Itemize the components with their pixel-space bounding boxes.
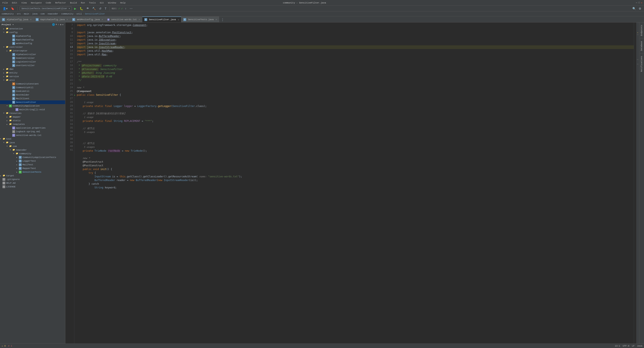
endpoints-panel[interactable]: Endpoints xyxy=(640,24,643,37)
tree-license[interactable]: t LICENSE xyxy=(0,185,65,189)
menu-run[interactable]: Run xyxy=(80,1,86,4)
tree-community-constant[interactable]: A CommunityConstant xyxy=(0,82,65,86)
maximize-button[interactable]: □ xyxy=(638,1,640,4)
git-more[interactable]: ⋯ xyxy=(129,6,134,11)
sidebar-close[interactable]: ✕ xyxy=(62,23,64,26)
tree-main-method[interactable]: m main(String[]):void xyxy=(0,108,65,111)
tree-target[interactable]: ▶ 📁 target xyxy=(0,174,65,178)
tree-entity[interactable]: ▶ 📁 entity xyxy=(0,71,65,75)
tree-controller[interactable]: ▼ 📁 controller xyxy=(0,45,65,49)
tree-login-controller[interactable]: C LoginController xyxy=(0,60,65,64)
debug-button[interactable]: 🐛 xyxy=(78,6,84,11)
tree-interceptor[interactable]: ▶ 📁 interceptor xyxy=(0,49,65,53)
tree-templates[interactable]: ▶ 📁 templates xyxy=(0,122,65,126)
translate-button[interactable]: T xyxy=(104,6,108,11)
settings-button[interactable]: ⚙ xyxy=(638,6,642,11)
database-panel[interactable]: Database xyxy=(640,40,643,52)
bookmark-button[interactable]: 🔖 xyxy=(10,6,15,11)
refresh-button[interactable]: ↺ xyxy=(98,6,102,11)
menu-file[interactable]: File xyxy=(2,1,8,4)
sidebar-icon-3[interactable]: ↕ xyxy=(58,23,59,26)
tree-app-tests[interactable]: ▶ C CommunityApplicationTests xyxy=(0,156,65,159)
run-gutter-icon[interactable]: ▶ xyxy=(74,93,75,97)
tab-webmvc[interactable]: C WebMvcConfig.java ✕ xyxy=(70,16,105,22)
tree-test-nowcoder[interactable]: ▼ 📁 nowcoder xyxy=(0,148,65,152)
status-warnings[interactable]: ⚠ 9 xyxy=(2,345,6,347)
tree-gitignore[interactable]: t .gitignore xyxy=(0,178,65,181)
tree-host-holder[interactable]: C HostHolder xyxy=(0,93,65,97)
git-push[interactable]: ↑ xyxy=(124,6,128,11)
code-editor[interactable]: 7 8 9 10 11 12 13 14 15 16 17 18 19 20 2… xyxy=(65,22,639,344)
build-button[interactable]: 🔨 xyxy=(91,6,97,11)
status-errors[interactable]: ✗ 1 xyxy=(8,345,12,347)
breadcrumb-item-4[interactable]: com xyxy=(40,13,44,15)
tab-close-webmvc[interactable]: ✕ xyxy=(102,18,103,21)
run-config-dropdown[interactable]: SensitiveTests.testSensitiveFilter ▾ xyxy=(20,6,72,10)
status-line-ending[interactable]: LF xyxy=(632,345,634,347)
tab-close-words[interactable]: ✕ xyxy=(139,18,140,21)
tab-kaptcha[interactable]: C KaptchaConfig.java ✕ xyxy=(34,16,70,22)
sidebar-icon-1[interactable]: 🌐 xyxy=(52,23,55,26)
tree-annotation[interactable]: ▶ 📁 annotation xyxy=(0,27,65,31)
tab-sensitive-filter[interactable]: C SensitiveFilter.java ✕ xyxy=(142,16,182,22)
tree-app-properties[interactable]: p application.properties xyxy=(0,126,65,130)
search-toolbar-button[interactable]: 🔍 xyxy=(631,6,637,11)
tree-webmvc-config[interactable]: C WebMvcConfig xyxy=(0,42,65,45)
breadcrumb-item-7[interactable]: util xyxy=(76,13,82,15)
menu-navigate[interactable]: Navigate xyxy=(30,1,42,4)
tree-help-md[interactable]: m HELP.md xyxy=(0,181,65,185)
menu-git[interactable]: Git xyxy=(99,1,105,4)
menu-tools[interactable]: Tools xyxy=(88,1,96,4)
breadcrumb-item-5[interactable]: nowcoder xyxy=(48,13,58,15)
menu-edit[interactable]: Edit xyxy=(11,1,18,4)
tab-close-filter[interactable]: ✕ xyxy=(178,18,179,21)
code-view[interactable]: import org.springframework.stereotype.Co… xyxy=(74,22,634,344)
tab-sensitive-tests[interactable]: C SensitiveTests.java ✕ xyxy=(181,16,219,22)
breadcrumb-item-2[interactable]: main xyxy=(24,13,29,15)
status-encoding[interactable]: UTF-8 xyxy=(622,345,629,347)
breadcrumb-item-1[interactable]: src xyxy=(17,13,21,15)
tree-cookie-util[interactable]: C CookieUtil xyxy=(0,89,65,93)
tree-service[interactable]: ▶ 📁 service xyxy=(0,75,65,78)
tab-close-tests[interactable]: ✕ xyxy=(216,18,217,21)
tree-mail-client[interactable]: C MailClient xyxy=(0,97,65,100)
breadcrumb-item-6[interactable]: community xyxy=(61,13,73,15)
menu-code[interactable]: Code xyxy=(45,1,52,4)
minimize-button[interactable]: — xyxy=(636,1,637,4)
tab-overflow-button[interactable]: ⋮ xyxy=(220,17,225,22)
tree-kaptcha-config[interactable]: C KaptchaConfig xyxy=(0,38,65,42)
tree-static[interactable]: ▶ 📁 static xyxy=(0,119,65,122)
profile-button[interactable]: 👤▾ xyxy=(2,6,8,11)
tree-home-controller[interactable]: C HomeController xyxy=(0,56,65,60)
tree-alpha-controller[interactable]: C AlphaController xyxy=(0,53,65,56)
tree-util[interactable]: ▼ 📁 util xyxy=(0,78,65,82)
notifications-panel[interactable]: Notifications xyxy=(640,55,643,73)
status-language[interactable]: Java xyxy=(637,345,642,347)
tree-mail-test[interactable]: ▶ C MailTest xyxy=(0,163,65,167)
tree-test-java[interactable]: ▼ 📁 java xyxy=(0,141,65,144)
tree-mapper-test[interactable]: ▶ C MapperTest xyxy=(0,167,65,170)
menu-window[interactable]: Window xyxy=(107,1,117,4)
tree-config[interactable]: ▼ 📁 config xyxy=(0,31,65,34)
tree-sensitive-words-file[interactable]: t sensitive-words.txt xyxy=(0,133,65,137)
tree-test-community[interactable]: ▼ 📁 community xyxy=(0,152,65,156)
tree-logger-test[interactable]: ▶ C LoggerTest xyxy=(0,159,65,163)
coverage-button[interactable]: ☂ xyxy=(85,6,90,11)
sidebar-icon-2[interactable]: ≡ xyxy=(56,23,57,26)
tree-logback[interactable]: x logback-spring.xml xyxy=(0,130,65,133)
tree-dao[interactable]: ▶ 📁 dao xyxy=(0,67,65,71)
breadcrumb-item-3[interactable]: java xyxy=(32,13,37,15)
breadcrumb-item-0[interactable]: community xyxy=(2,13,14,15)
tab-alpha-config[interactable]: C AlphaConfig.java ✕ xyxy=(0,16,34,22)
tree-user-controller[interactable]: C UserController xyxy=(0,64,65,67)
tree-resources[interactable]: ▼ 📁 resources xyxy=(0,111,65,115)
tree-test[interactable]: ▼ 📁 test xyxy=(0,137,65,141)
menu-help[interactable]: Help xyxy=(120,1,126,4)
tree-mapper[interactable]: ▶ 📁 mapper xyxy=(0,115,65,119)
menu-build[interactable]: Build xyxy=(69,1,78,4)
tree-community-util[interactable]: C CommunityUtil xyxy=(0,86,65,89)
tree-alpha-config[interactable]: C AlphaConfig xyxy=(0,34,65,38)
run-button[interactable]: ▶ xyxy=(73,6,78,11)
tree-community-app[interactable]: ▼ C CommunityApplication xyxy=(0,104,65,108)
tree-test-com[interactable]: ▼ 📁 com xyxy=(0,144,65,148)
